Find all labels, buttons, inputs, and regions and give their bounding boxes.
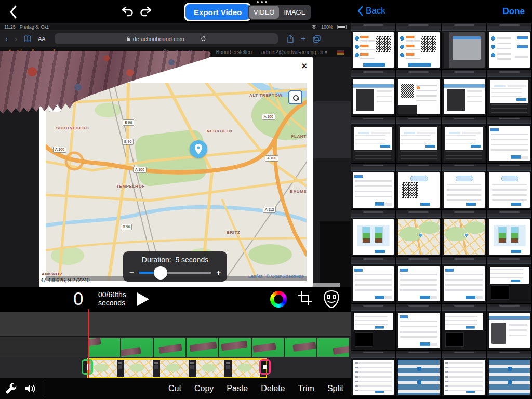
clip-gap [117,360,124,377]
frame-thumbnail[interactable] [442,117,486,163]
video-preview[interactable]: 11:25 Freitag 8. Okt. 100% ‹ › AA de.act… [0,23,351,287]
thumb-toolbar [487,307,531,311]
frame-thumbnail[interactable] [351,70,395,116]
video-clip-frame[interactable] [219,338,251,357]
frame-thumbnail[interactable] [487,164,531,209]
video-clip-frame[interactable] [317,338,349,357]
frame-thumbnail[interactable] [351,117,395,163]
video-clip-frame[interactable] [252,338,284,357]
video-clip-frame[interactable] [88,338,120,357]
duration-minus-button[interactable]: − [129,269,134,276]
back-button[interactable]: Back [357,6,385,16]
trim-handle-left[interactable] [82,359,93,375]
timeline-track-empty[interactable] [0,312,351,337]
thumb-content [444,313,485,348]
back-chevron-icon [357,6,363,16]
crop-icon[interactable] [298,291,313,307]
frame-thumbnail[interactable] [442,257,486,303]
segment-video[interactable]: VIDEO [249,6,279,19]
video-clip-frame[interactable] [285,338,316,357]
map-clip-frame[interactable] [232,360,260,377]
frame-thumbnail[interactable] [442,210,486,256]
frame-thumbnail[interactable] [487,257,531,303]
undo-icon[interactable] [121,5,134,18]
thumb-content [398,219,439,255]
video-clip-frame[interactable] [121,338,153,357]
done-button[interactable]: Done [503,6,525,17]
duration-slider-thumb[interactable] [154,266,167,280]
frame-thumbnail[interactable] [487,117,531,163]
timeline-track-selected[interactable] [0,357,351,378]
frame-thumbnail[interactable] [487,210,531,256]
timeline[interactable] [0,312,351,378]
frame-thumbnail[interactable] [442,164,486,209]
playhead[interactable] [88,312,89,378]
tools-wrench-icon[interactable] [4,382,18,395]
thumb-content [489,32,530,68]
trim-handle-right[interactable] [259,359,271,375]
thumb-toolbar [396,260,441,264]
redo-icon[interactable] [139,5,153,18]
edit-actions: Cut Copy Paste Delete Trim Split [168,384,351,393]
cut-button[interactable]: Cut [168,384,181,393]
greenscreen-clip[interactable] [88,338,351,357]
frame-thumbnail[interactable] [487,304,531,350]
delete-button[interactable]: Delete [261,384,285,393]
frame-thumbnail[interactable] [396,164,441,209]
frame-thumbnail[interactable] [351,164,395,209]
frame-thumbnail[interactable] [351,23,395,69]
frame-thumbnail[interactable] [396,257,441,303]
frame-thumbnail[interactable] [396,117,441,163]
map-marker-pin[interactable] [190,140,207,158]
frame-thumbnail[interactable] [351,304,395,350]
thumb-content [398,172,439,208]
frame-thumbnail[interactable] [396,210,441,256]
frame-thumbnail[interactable] [487,70,531,116]
magnifier-icon [293,95,298,100]
status-time: 11:25 [4,24,16,30]
frame-thumbnail[interactable] [396,351,441,396]
split-button[interactable]: Split [327,384,343,393]
paste-button[interactable]: Paste [227,384,248,393]
map-attribution[interactable]: Leaflet | © OpenStreetMap [248,274,304,279]
thumb-content [398,266,439,301]
selected-map-clip[interactable] [87,358,267,378]
frame-thumbnail[interactable] [351,257,395,303]
map-search-button[interactable] [288,90,302,104]
app-window: Export Video VIDEO IMAGE 11:25 Freitag 8… [0,0,532,399]
map-clip-frame[interactable] [124,360,153,377]
video-clip-frame[interactable] [154,338,185,357]
duration-plus-button[interactable]: + [216,269,221,276]
frame-thumbnail[interactable] [442,351,486,396]
frame-thumbnail[interactable] [442,304,486,350]
trim-button[interactable]: Trim [298,384,314,393]
map-label-tempelhof: TEMPELHOF [116,184,145,189]
frame-thumbnail[interactable] [396,23,441,69]
thumb-content [444,126,485,161]
play-button[interactable] [137,292,149,306]
audio-volume-icon[interactable] [24,383,36,394]
duration-text: Duration: 5 seconds [129,256,221,264]
thumb-toolbar [351,120,395,124]
frame-thumbnail[interactable] [396,304,441,350]
frame-thumbnail[interactable] [487,23,531,69]
copy-button[interactable]: Copy [194,384,214,393]
timeline-track-video[interactable] [0,338,351,357]
modal-close-button[interactable]: × [301,61,307,71]
mask-icon[interactable] [323,290,340,309]
frame-thumbnail[interactable] [487,351,531,396]
frame-thumbnail[interactable] [351,210,395,256]
frame-thumbnail[interactable] [351,351,395,396]
back-chevron-icon[interactable] [8,5,18,19]
frame-thumbnail[interactable] [442,70,486,116]
segment-image[interactable]: IMAGE [279,6,310,19]
map-clip-frame[interactable] [160,360,189,377]
export-video-button[interactable]: Export Video [184,3,251,21]
color-wheel-icon[interactable] [270,291,287,308]
duration-slider[interactable] [139,272,211,274]
video-clip-frame[interactable] [187,338,218,357]
map-clip-frame[interactable] [196,360,224,377]
browser-back-icon: ‹ [5,35,8,43]
frame-thumbnail[interactable] [442,23,486,69]
frame-thumbnail[interactable] [396,70,441,116]
